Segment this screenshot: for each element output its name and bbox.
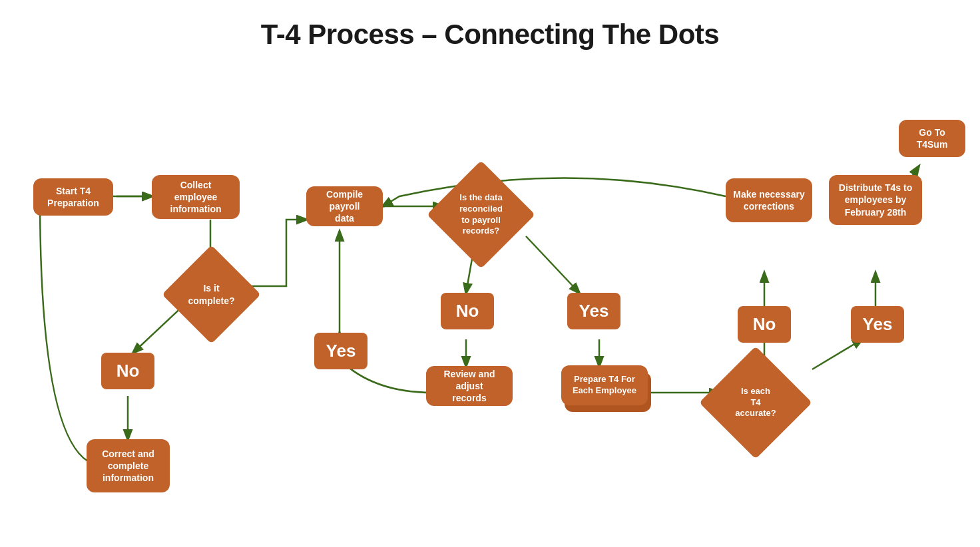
flowchart-area: Start T4 Preparation Collect employee in… [0,67,980,547]
label-yes-accurate: Yes [851,306,904,343]
label-yes-compile: Yes [314,333,368,369]
label-no-reconciled: No [441,293,494,329]
node-prepare-t4: Prepare T4 For Each Employee [561,365,648,405]
node-make-corrections: Make necessary corrections [726,178,812,222]
node-distribute: Distribute T4s to employees by February … [829,175,922,225]
node-is-reconciled: Is the data reconciled to payroll record… [443,176,519,253]
node-compile: Compile payroll data [306,186,383,226]
node-start: Start T4 Preparation [33,178,113,216]
label-yes-reconciled: Yes [567,293,620,329]
svg-line-13 [812,339,862,369]
node-is-each-accurate: Is each T4 accurate? [716,363,796,443]
node-review-adjust: Review and adjust records [426,366,513,406]
node-correct-complete: Correct and complete information [87,439,170,492]
node-go-t4sum: Go To T4Sum [899,120,965,157]
label-no-accurate: No [738,306,791,343]
label-no-complete: No [101,353,154,389]
svg-line-8 [526,236,579,293]
node-collect: Collect employee information [152,175,240,219]
page-title: T-4 Process – Connecting The Dots [0,0,980,51]
node-is-complete: Is it complete? [176,260,246,329]
